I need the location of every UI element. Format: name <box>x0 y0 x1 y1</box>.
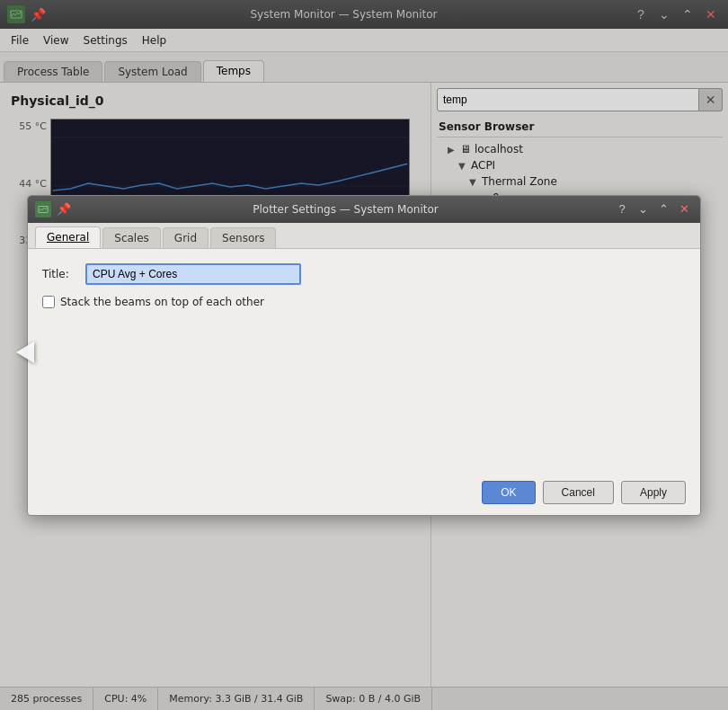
plotter-settings-dialog: 📌 Plotter Settings — System Monitor ? ⌄ … <box>27 195 701 516</box>
dialog-maximize-button[interactable]: ⌃ <box>654 200 672 218</box>
dialog-content: Title: Stack the beams on top of each ot… <box>28 249 700 474</box>
ok-button[interactable]: OK <box>482 481 535 504</box>
title-input[interactable] <box>85 263 301 285</box>
dialog-minimize-button[interactable]: ⌄ <box>634 200 652 218</box>
dialog-tab-scales[interactable]: Scales <box>102 227 161 248</box>
title-field: Title: <box>42 263 686 285</box>
dialog-tab-grid[interactable]: Grid <box>163 227 209 248</box>
dialog-tab-sensors[interactable]: Sensors <box>210 227 276 248</box>
cancel-button[interactable]: Cancel <box>543 481 614 504</box>
dialog-footer: OK Cancel Apply <box>28 474 700 515</box>
title-label: Title: <box>42 268 78 280</box>
dialog-title-bar: 📌 Plotter Settings — System Monitor ? ⌄ … <box>28 196 700 223</box>
apply-button[interactable]: Apply <box>621 481 686 504</box>
dialog-close-button[interactable]: ✕ <box>675 200 693 218</box>
main-window: 📌 System Monitor — System Monitor ? ⌄ ⌃ … <box>0 0 728 710</box>
dialog-icon <box>35 201 51 217</box>
dialog-window-actions: ? ⌄ ⌃ ✕ <box>613 200 693 218</box>
dialog-title-text: Plotter Settings — System Monitor <box>78 203 613 216</box>
modal-backdrop: 📌 Plotter Settings — System Monitor ? ⌄ … <box>0 0 728 710</box>
stack-checkbox[interactable] <box>42 296 55 308</box>
dialog-help-button[interactable]: ? <box>613 200 631 218</box>
dialog-tab-bar: General Scales Grid Sensors <box>28 223 700 249</box>
dialog-pin-icon[interactable]: 📌 <box>57 202 71 216</box>
dialog-tab-general[interactable]: General <box>35 226 101 248</box>
stack-checkbox-row: Stack the beams on top of each other <box>42 296 686 308</box>
stack-label: Stack the beams on top of each other <box>60 296 264 308</box>
